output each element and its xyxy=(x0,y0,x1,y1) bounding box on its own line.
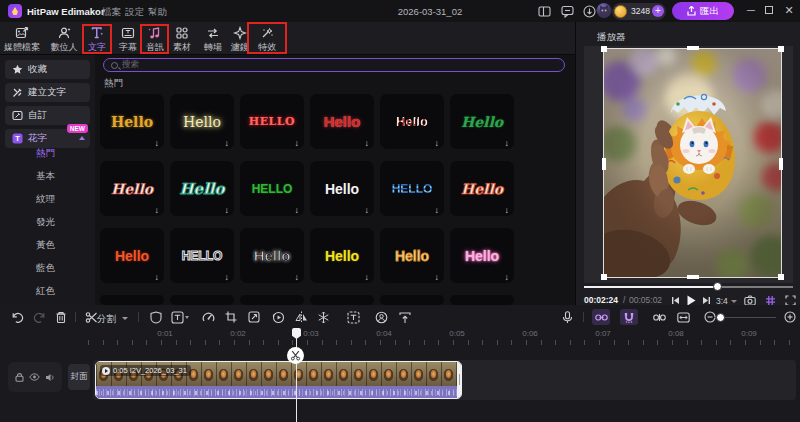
close-button[interactable]: ✕ xyxy=(782,4,796,18)
flip-button[interactable] xyxy=(292,309,310,325)
mask-button[interactable] xyxy=(147,309,165,325)
text-style-tile[interactable]: Hello↓ xyxy=(100,161,164,216)
split-at-playhead-button[interactable] xyxy=(287,347,304,364)
download-icon[interactable]: ↓ xyxy=(435,272,440,282)
link-clips-button[interactable] xyxy=(592,309,610,325)
download-icon[interactable]: ↓ xyxy=(155,205,160,215)
text-style-tile[interactable] xyxy=(240,295,304,305)
video-preview[interactable] xyxy=(604,49,781,277)
text-style-tile[interactable]: Hello↓ xyxy=(380,228,444,283)
download-icon[interactable]: ↓ xyxy=(365,138,370,148)
video-clip[interactable]: 0:05 I2V_2026_03_31 xyxy=(95,361,462,399)
download-icon[interactable]: ↓ xyxy=(155,138,160,148)
download-icon[interactable]: ↓ xyxy=(295,272,300,282)
playhead-handle[interactable] xyxy=(292,328,301,339)
tab-transitions[interactable]: 轉場 xyxy=(204,25,222,54)
download-icon[interactable] xyxy=(581,3,597,19)
sidebar-item-create-text[interactable]: 建立文字 xyxy=(5,83,90,102)
lock-icon[interactable] xyxy=(15,372,24,382)
text-template-button[interactable] xyxy=(344,309,362,325)
download-icon[interactable]: ↓ xyxy=(295,138,300,148)
download-icon[interactable]: ↓ xyxy=(225,138,230,148)
download-icon[interactable]: ↓ xyxy=(505,138,510,148)
mute-icon[interactable] xyxy=(45,373,55,382)
selection-handle[interactable] xyxy=(601,274,607,280)
text-style-tile[interactable]: HELLO↓ xyxy=(380,161,444,216)
user-avatar[interactable] xyxy=(596,2,612,18)
text-style-tile[interactable]: Hello↓ xyxy=(310,94,374,149)
download-icon[interactable]: ↓ xyxy=(225,205,230,215)
text-style-tile[interactable] xyxy=(380,295,444,305)
progress-scrubber[interactable] xyxy=(713,282,722,291)
download-icon[interactable]: ↓ xyxy=(435,205,440,215)
export-frame-button[interactable] xyxy=(245,309,263,325)
download-icon[interactable]: ↓ xyxy=(225,272,230,282)
magnet-snap-button[interactable] xyxy=(620,309,638,325)
download-icon[interactable]: ↓ xyxy=(435,138,440,148)
text-style-tile[interactable]: Hello↓ xyxy=(450,94,514,149)
text-style-tile[interactable]: Hello↓ xyxy=(100,94,164,149)
selection-handle[interactable] xyxy=(687,275,699,279)
add-coins-button[interactable]: + xyxy=(652,5,664,17)
zoom-in-button[interactable] xyxy=(781,309,799,325)
tab-stickers[interactable]: 素材 xyxy=(173,25,191,54)
download-icon[interactable]: ↓ xyxy=(155,272,160,282)
coins-balance[interactable]: 3248 + xyxy=(612,3,666,20)
speed-button[interactable] xyxy=(199,309,217,325)
reverse-play-button[interactable] xyxy=(269,309,287,325)
playback-progress-bar[interactable] xyxy=(584,286,793,288)
text-style-tile[interactable]: Hello↓ xyxy=(170,161,234,216)
text-tool-button[interactable] xyxy=(171,309,189,325)
text-style-tile[interactable] xyxy=(310,295,374,305)
sidebar-item-custom[interactable]: 自訂 xyxy=(5,106,90,125)
subcategory-glow[interactable]: 發光 xyxy=(36,216,55,229)
text-style-tile[interactable]: HELLO↓ xyxy=(240,161,304,216)
text-style-tile[interactable]: Hello↓ xyxy=(170,94,234,149)
download-icon[interactable]: ↓ xyxy=(365,205,370,215)
sidebar-item-fancy-text[interactable]: T 花字 NEW xyxy=(5,129,90,148)
freeze-frame-button[interactable] xyxy=(314,309,332,325)
layout-panels-icon[interactable] xyxy=(536,3,552,19)
tab-digital-human[interactable]: 數位人 xyxy=(51,25,78,54)
menu-settings[interactable]: 設定 xyxy=(125,6,144,19)
minimize-button[interactable]: ─ xyxy=(744,4,758,18)
menu-help[interactable]: 幫助 xyxy=(148,6,167,19)
text-style-tile[interactable]: Hello↓ xyxy=(310,228,374,283)
selection-handle[interactable] xyxy=(687,46,699,50)
record-voiceover-button[interactable] xyxy=(558,309,576,325)
text-style-tile[interactable] xyxy=(170,295,234,305)
text-style-tile[interactable] xyxy=(450,295,514,305)
cover-button[interactable]: 封面 xyxy=(68,364,90,390)
download-icon[interactable]: ↓ xyxy=(365,272,370,282)
text-style-tile[interactable]: Hello↓ xyxy=(380,94,444,149)
delete-button[interactable] xyxy=(52,309,70,325)
zoom-slider-handle[interactable] xyxy=(716,313,725,322)
text-style-tile[interactable] xyxy=(100,295,164,305)
search-input[interactable]: 搜索 xyxy=(103,58,565,72)
text-style-tile[interactable]: Hello↓ xyxy=(310,161,374,216)
avatar-effect-button[interactable] xyxy=(372,309,390,325)
subcategory-blue[interactable]: 藍色 xyxy=(36,262,55,275)
text-style-tile[interactable]: Hello↓ xyxy=(450,161,514,216)
selection-handle[interactable] xyxy=(779,158,783,170)
selection-handle[interactable] xyxy=(602,158,606,170)
undo-button[interactable] xyxy=(8,309,26,325)
unlink-button[interactable] xyxy=(650,309,668,325)
download-icon[interactable]: ↓ xyxy=(505,205,510,215)
selection-handle[interactable] xyxy=(601,46,607,52)
subcategory-basic[interactable]: 基本 xyxy=(36,170,55,183)
sidebar-item-favorites[interactable]: 收藏 xyxy=(5,60,90,79)
timeline-ruler[interactable] xyxy=(88,340,794,345)
split-dropdown-caret[interactable] xyxy=(122,317,128,320)
subcategory-yellow[interactable]: 黃色 xyxy=(36,239,55,252)
upload-media-button[interactable] xyxy=(396,309,414,325)
download-icon[interactable]: ↓ xyxy=(295,205,300,215)
fit-timeline-button[interactable] xyxy=(674,309,692,325)
menu-file[interactable]: 檔案 xyxy=(102,6,121,19)
export-button[interactable]: 匯出 xyxy=(672,2,734,20)
selection-handle[interactable] xyxy=(778,46,784,52)
text-style-tile[interactable]: Hello↓ xyxy=(240,228,304,283)
text-style-tile[interactable]: HELLO↓ xyxy=(170,228,234,283)
subcategory-red[interactable]: 紅色 xyxy=(36,285,55,298)
tab-subtitles[interactable]: 字幕 xyxy=(119,25,137,54)
